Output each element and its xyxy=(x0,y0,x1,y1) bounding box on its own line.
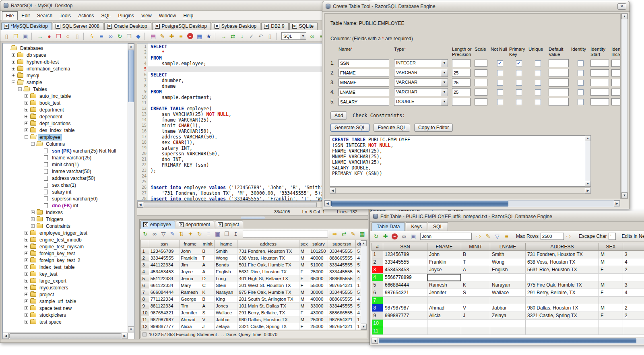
edit-cell[interactable]: A xyxy=(461,266,490,274)
unique-checkbox[interactable] xyxy=(535,89,541,95)
type-select[interactable]: VARCHAR▼ xyxy=(394,78,448,87)
edit-cell[interactable] xyxy=(490,327,526,335)
table-row[interactable]: 5551122334JennaDLong401 High St, Bellair… xyxy=(141,275,367,282)
close-tab-icon[interactable]: ✕ xyxy=(155,24,160,29)
tree-item-mycustomers[interactable]: mycustomers xyxy=(4,284,128,291)
expand-icon[interactable] xyxy=(25,258,28,262)
row-number[interactable]: 4 xyxy=(372,274,383,281)
expand-icon[interactable] xyxy=(25,128,28,132)
chevron-down-icon[interactable]: ▼ xyxy=(441,98,448,105)
tree-item-foreign-key-test-2[interactable]: foreign_key_test_2 xyxy=(4,257,128,264)
length-field[interactable] xyxy=(452,69,471,77)
tree-item-engine-test-myisam[interactable]: engine_test_myisam xyxy=(4,243,128,250)
expand-icon[interactable] xyxy=(25,320,28,324)
tree-item-space-test-new[interactable]: space test new xyxy=(4,305,128,312)
generate-sql-button[interactable]: Generate SQL xyxy=(330,124,369,132)
tree-item-employee[interactable]: employee xyxy=(4,134,128,140)
tree-item-db-space[interactable]: db space xyxy=(4,52,128,58)
rollback-icon[interactable]: ▯ xyxy=(73,32,81,40)
results-cell[interactable]: 661122334 xyxy=(149,282,179,289)
scroll-left-arrow-icon[interactable]: ◀ xyxy=(137,202,143,208)
menu-view[interactable]: View xyxy=(138,12,155,20)
results-cell[interactable]: Stein xyxy=(214,282,237,289)
table-columns-icon[interactable]: ▤ xyxy=(149,32,157,40)
menu-actions[interactable]: Actions xyxy=(74,12,97,20)
scroll-up-arrow-icon[interactable]: ▲ xyxy=(585,135,591,141)
results-column-header-lname[interactable]: lname xyxy=(214,240,237,248)
update-row-icon[interactable]: ≡ xyxy=(177,32,185,40)
results-tab-project[interactable]: ✕project xyxy=(215,221,243,229)
save-edits-icon[interactable]: ▣ xyxy=(409,232,417,241)
results-cell[interactable]: George xyxy=(179,295,201,302)
row-number[interactable]: 3 xyxy=(141,261,149,268)
execute-sql-button[interactable]: Execute SQL xyxy=(374,124,410,132)
edit-cell[interactable]: F xyxy=(599,289,623,297)
table-row[interactable]: 5666884444RameshKNarayan975 Fire Oak, Hu… xyxy=(372,281,644,289)
results-cell[interactable]: 987654321 xyxy=(328,282,356,289)
refresh-sql-icon[interactable]: ↻ xyxy=(196,230,204,238)
results-cell[interactable]: M xyxy=(299,302,309,309)
table-row[interactable]: 9999887777AliciaJZelaya3321 Castle, Spri… xyxy=(372,312,644,320)
edit-cell[interactable] xyxy=(599,320,623,327)
generate-ddl-icon[interactable]: ▦ xyxy=(195,32,204,40)
tree-item-des-index-table[interactable]: des_index_table xyxy=(4,127,128,134)
edit-tab-sql[interactable]: SQL xyxy=(428,222,448,231)
edit-column-header-ssn[interactable]: SSN xyxy=(383,243,427,251)
unique-checkbox[interactable] xyxy=(535,99,541,105)
row-number[interactable]: 5 xyxy=(141,275,149,282)
edit-cell[interactable]: Joyce xyxy=(427,266,461,274)
edit-table-titlebar[interactable]: Edit Table - PUBLIC.EMPLOYEE utf8_notepa… xyxy=(370,211,644,222)
primary_key-checkbox[interactable] xyxy=(516,80,522,86)
results-cell[interactable]: 638 Voss, Houston TX xyxy=(237,254,299,261)
results-cell[interactable]: 401 High St, Bellaire TX xyxy=(237,275,299,282)
default_value-field[interactable] xyxy=(549,69,569,77)
results-cell[interactable]: 666884444 xyxy=(149,289,179,295)
menu-edit[interactable]: Edit xyxy=(18,12,33,20)
primary_key-checkbox[interactable]: ✓ xyxy=(516,60,522,66)
results-cell[interactable]: 999887777 xyxy=(149,323,179,330)
menu-help[interactable]: Help xyxy=(180,12,197,20)
edit-column-header-sex[interactable]: SEX xyxy=(599,243,623,251)
expand-icon[interactable] xyxy=(25,252,28,255)
length-field[interactable] xyxy=(452,59,471,67)
refresh-table-icon[interactable]: ↻ xyxy=(372,232,380,241)
unique-checkbox[interactable] xyxy=(535,70,541,76)
expand-icon[interactable] xyxy=(12,74,15,77)
edit-cell[interactable]: 987987987 xyxy=(383,304,427,312)
tree-item-key-test[interactable]: key_test xyxy=(4,270,128,277)
results-cell[interactable]: 291 Berry, Bellaire, TX xyxy=(237,309,299,316)
edit-cell[interactable] xyxy=(490,297,526,304)
row-number[interactable]: 7 xyxy=(141,289,149,295)
scroll-down-arrow-icon[interactable]: ▼ xyxy=(621,192,627,198)
row-number[interactable]: 9 xyxy=(141,302,149,309)
results-cell[interactable]: 888665555 xyxy=(328,295,356,302)
edit-cell[interactable]: 666884444 xyxy=(383,281,427,289)
table-row[interactable]: 45566778899 xyxy=(372,274,644,281)
edit-search-input[interactable] xyxy=(420,233,472,240)
expand-icon[interactable] xyxy=(25,293,28,296)
edit-cell[interactable]: Jabbar xyxy=(490,304,526,312)
results-cell[interactable]: S xyxy=(201,309,214,316)
escape-char-input[interactable] xyxy=(609,233,616,240)
edit-column-header-partial[interactable] xyxy=(623,243,644,251)
row-number[interactable]: 7 xyxy=(372,297,383,304)
results-cell[interactable]: Ahmad xyxy=(179,316,201,323)
identity-checkbox[interactable] xyxy=(578,99,584,105)
edit-cell[interactable]: 3 xyxy=(623,281,644,289)
edit-cell[interactable]: M xyxy=(599,281,623,289)
results-cell[interactable]: M xyxy=(299,295,309,302)
menu-search[interactable]: Search xyxy=(33,12,56,20)
edit-cell[interactable] xyxy=(623,327,644,335)
tree-item-salary-int[interactable]: salary int xyxy=(4,188,128,195)
edit-cell[interactable] xyxy=(526,274,599,281)
identity-checkbox[interactable] xyxy=(578,70,584,76)
edit-cell[interactable]: 2 xyxy=(623,312,644,320)
row-number[interactable]: 12 xyxy=(141,323,149,330)
scroll-left-arrow-icon[interactable]: ◀ xyxy=(372,338,378,344)
edit-cell[interactable]: Ramesh xyxy=(427,281,461,289)
results-column-header-fname[interactable]: fname xyxy=(179,240,201,248)
export-data-icon[interactable]: ⇄ xyxy=(340,230,348,238)
table-row[interactable]: 3441122334JimABonds501 Fire Oak, Humble … xyxy=(141,261,367,268)
edit-cell[interactable]: Narayan xyxy=(490,281,526,289)
tree-item-indexes[interactable]: Indexes xyxy=(4,209,128,216)
